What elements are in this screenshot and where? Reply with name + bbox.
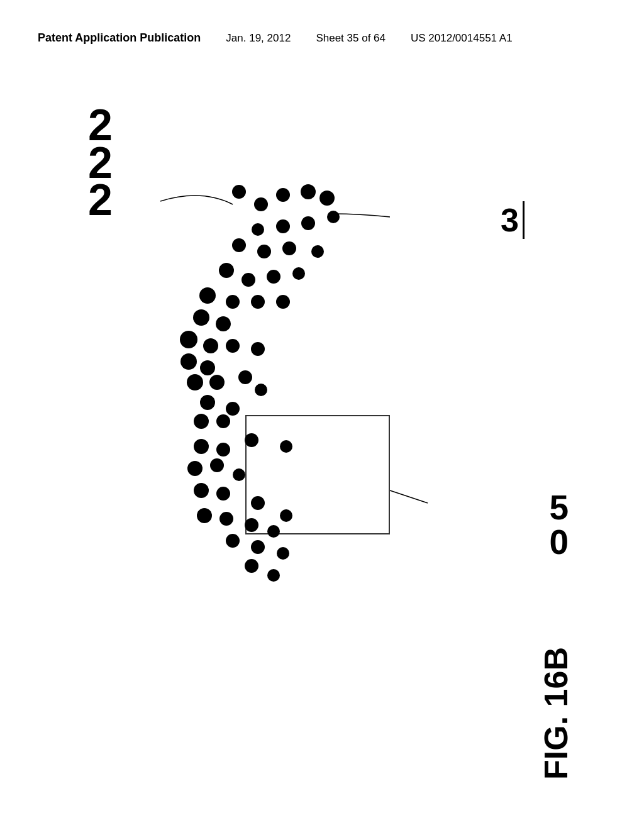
dot	[187, 461, 203, 476]
dot	[194, 483, 209, 498]
dot	[219, 512, 233, 526]
patent-number: US 2012/0014551 A1	[411, 32, 513, 45]
label-fig: FIG. 16B	[537, 647, 575, 780]
dot	[254, 197, 268, 211]
dot	[280, 440, 292, 453]
dot	[180, 353, 197, 370]
label-3-bar	[523, 201, 525, 239]
dot	[226, 339, 240, 353]
dot	[245, 559, 258, 573]
dot	[255, 384, 267, 396]
dot	[226, 295, 240, 309]
dot	[216, 414, 230, 428]
dot	[267, 569, 280, 582]
dot	[276, 219, 290, 233]
dot	[226, 534, 240, 548]
sheet-info: Sheet 35 of 64	[316, 32, 386, 45]
dot	[251, 295, 265, 309]
dot	[251, 342, 265, 356]
publication-title: Patent Application Publication	[38, 31, 201, 45]
label-222: 222 2 2 2	[88, 107, 113, 219]
dot	[210, 458, 224, 472]
dot	[276, 188, 290, 202]
dot	[257, 245, 271, 258]
label-3: 3	[501, 201, 525, 239]
dot	[276, 295, 290, 309]
page-header: Patent Application Publication Jan. 19, …	[38, 31, 606, 45]
dot	[311, 245, 324, 258]
dot	[277, 547, 289, 560]
dot	[194, 439, 209, 454]
dot	[226, 402, 240, 416]
rect-box	[245, 415, 390, 534]
dot	[238, 370, 252, 384]
dot	[216, 316, 231, 331]
dot	[327, 211, 340, 223]
dot	[252, 223, 264, 236]
dot	[245, 433, 258, 447]
dot	[242, 273, 255, 287]
diagram-area: 222 2 2 2 3 5 0 FIG. 16B	[38, 88, 606, 792]
dot	[180, 331, 197, 348]
dot	[267, 525, 280, 538]
dot	[232, 185, 246, 199]
dot	[232, 238, 246, 252]
dot	[292, 267, 305, 280]
dot	[199, 287, 216, 304]
dot	[301, 216, 315, 230]
dot	[200, 395, 215, 410]
dot	[200, 360, 215, 375]
dot	[245, 518, 258, 532]
dot	[282, 241, 296, 255]
dot	[194, 414, 209, 429]
dot	[267, 270, 280, 284]
publication-date: Jan. 19, 2012	[226, 32, 291, 45]
dot	[216, 443, 230, 456]
dot	[193, 309, 209, 326]
dot	[187, 374, 203, 390]
dot	[216, 487, 230, 501]
dot	[251, 540, 265, 554]
dot	[319, 191, 335, 206]
dot	[197, 508, 212, 523]
dot	[203, 338, 218, 353]
dot	[233, 468, 245, 481]
label-50: 5 0	[549, 490, 569, 560]
dot	[251, 496, 265, 510]
dot	[209, 375, 225, 390]
dot	[219, 263, 234, 278]
dot	[301, 184, 316, 199]
dot	[280, 509, 292, 522]
